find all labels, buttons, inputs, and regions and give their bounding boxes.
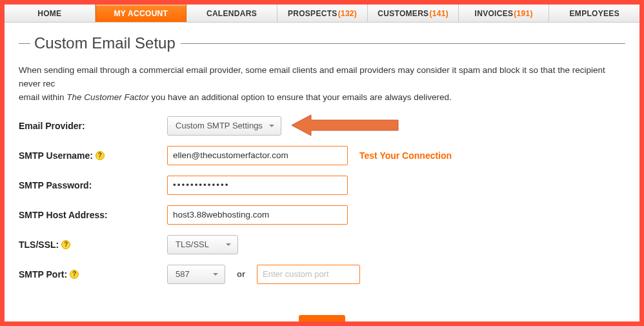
nav-label: PROSPECTS (288, 9, 337, 18)
nav-label: MY ACCOUNT (114, 9, 168, 18)
label-username: SMTP Username: ? (19, 150, 167, 161)
nav-count: (141) (429, 9, 448, 18)
help-icon[interactable]: ? (61, 240, 70, 249)
label-host: SMTP Host Address: (19, 210, 167, 220)
label-provider: Email Provider: (19, 121, 167, 131)
title-underline (181, 43, 625, 44)
content-area: Custom Email Setup When sending email th… (5, 23, 639, 322)
nav-label: EMPLOYEES (570, 9, 619, 18)
help-icon[interactable]: ? (70, 270, 79, 279)
label-tls: TLS/SSL: ? (19, 239, 167, 250)
page-title-row: Custom Email Setup (19, 34, 625, 52)
nav-employees[interactable]: EMPLOYEES (549, 5, 639, 22)
port-select[interactable]: 587 (167, 265, 225, 284)
smtp-password-input[interactable] (167, 176, 348, 195)
nav-calendars[interactable]: CALENDARS (186, 5, 277, 22)
help-icon[interactable]: ? (96, 151, 105, 160)
intro-brand: The Customer Factor (66, 92, 149, 102)
nav-count: (191) (514, 9, 533, 18)
intro-text: When sending email through a commercial … (19, 64, 625, 105)
nav-invoices[interactable]: INVOICES(191) (459, 5, 550, 22)
port-selected: 587 (176, 269, 190, 279)
intro-line1: When sending email through a commercial … (19, 65, 605, 88)
nav-customers[interactable]: CUSTOMERS(141) (368, 5, 459, 22)
provider-select[interactable]: Custom SMTP Settings (167, 116, 281, 136)
nav-label: CALENDARS (206, 9, 257, 18)
tls-selected: TLS/SSL (176, 239, 209, 249)
intro-line2a: email within (19, 92, 66, 102)
label-port: SMTP Port: ? (19, 269, 167, 280)
nav-count: (132) (338, 9, 357, 18)
page-title: Custom Email Setup (34, 34, 176, 52)
tls-select[interactable]: TLS/SSL (167, 235, 238, 254)
title-dash-icon (19, 43, 30, 44)
save-button[interactable]: Save (299, 315, 345, 322)
nav-label: INVOICES (475, 9, 514, 18)
custom-port-input[interactable] (257, 265, 360, 284)
nav-home[interactable]: HOME (5, 5, 96, 22)
nav-prospects[interactable]: PROSPECTS(132) (277, 5, 368, 22)
intro-line2b: you have an additional option to ensure … (149, 92, 452, 102)
smtp-form: Email Provider: Custom SMTP Settings SMT… (19, 116, 625, 284)
smtp-username-input[interactable] (167, 146, 348, 165)
nav-label: HOME (37, 9, 61, 18)
test-connection-link[interactable]: Test Your Connection (359, 150, 452, 161)
smtp-host-input[interactable] (167, 205, 348, 225)
label-password: SMTP Password: (19, 180, 167, 190)
top-nav: HOME MY ACCOUNT CALENDARS PROSPECTS(132)… (5, 5, 639, 23)
port-or-text: or (237, 269, 245, 279)
nav-my-account[interactable]: MY ACCOUNT (96, 5, 187, 22)
provider-selected: Custom SMTP Settings (176, 121, 263, 130)
nav-label: CUSTOMERS (377, 9, 428, 18)
